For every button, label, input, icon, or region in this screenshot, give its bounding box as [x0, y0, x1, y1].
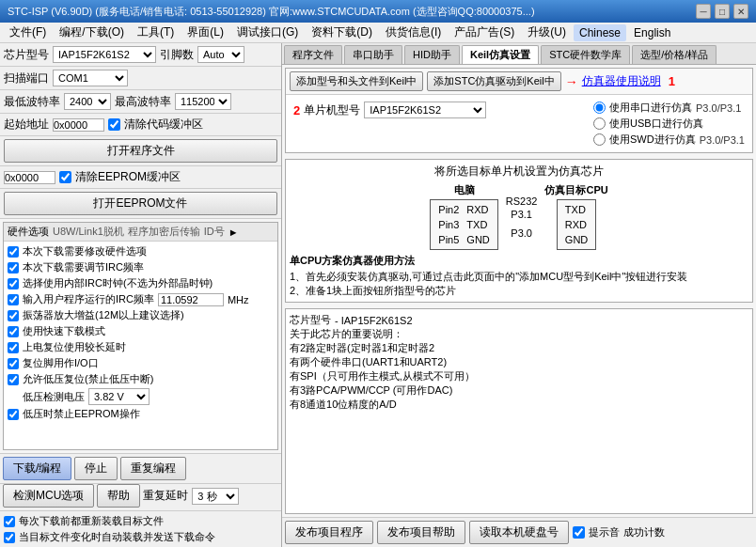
check-mcu-button[interactable]: 检测MCU选项 [3, 484, 94, 508]
reprogram-button[interactable]: 重复编程 [120, 457, 186, 480]
hw-check-8: 允许低压复位(禁止低压中断) [8, 371, 274, 387]
hw-checkbox-1[interactable] [8, 262, 19, 274]
open-eeprom-button[interactable]: 打开EEPROM文件 [4, 192, 277, 215]
diagram-box: 将所选目标单片机设置为仿真芯片 电脑 Pin2 RXD Pin3 [285, 159, 753, 303]
window-controls[interactable]: ─ □ ✕ [696, 4, 748, 19]
hw-tag3[interactable]: ID号 [204, 225, 225, 239]
radio-usb-input[interactable] [593, 117, 606, 130]
gnd-label: GND [466, 234, 489, 245]
keil-add-btn1[interactable]: 添加型号和头文件到Keil中 [290, 71, 423, 91]
hw-checkbox-10[interactable] [8, 409, 19, 420]
hw-label-8: 允许低压复位(禁止低压中断) [23, 372, 153, 386]
success-count-label: 成功计数 [623, 525, 665, 539]
rxd2-label: RXD [565, 219, 587, 230]
scan-select[interactable]: COM1 [53, 70, 128, 86]
radio-swd-label: 使用SWD进行仿真 [609, 133, 696, 147]
keil-add-btn2[interactable]: 添加STC仿真驱动到Keil中 [427, 71, 560, 91]
radio-swd-input[interactable] [593, 133, 606, 146]
low-volt-select[interactable]: 3.82 V [88, 388, 150, 405]
close-button[interactable]: ✕ [733, 4, 748, 19]
tab-keil-sim[interactable]: Keil仿真设置 [462, 45, 539, 64]
tab-serial[interactable]: 串口助手 [344, 45, 402, 64]
radio-serial-pins: P3.0/P3.1 [696, 102, 741, 114]
hw-checkbox-2[interactable] [8, 278, 19, 289]
rxd-label: RXD [466, 204, 488, 215]
menu-debug[interactable]: 调试接口(G) [231, 23, 304, 42]
menu-supply[interactable]: 供货信息(I) [380, 23, 447, 42]
usage-text2: 2、准备1块上面按钮所指型号的芯片 [290, 284, 748, 298]
radio-swd: 使用SWD进行仿真 P3.0/P3.1 [593, 133, 745, 147]
menu-download[interactable]: 资料下载(D) [306, 23, 378, 42]
hw-label-6: 上电复位使用较长延时 [23, 340, 126, 354]
title-bar: STC-ISP (V6.90D) (服务电话/销售电话: 0513-550129… [0, 0, 756, 23]
help-button[interactable]: 帮助 [97, 484, 140, 508]
hw-tag-arrow[interactable]: ► [228, 227, 239, 238]
eeprom-addr-input[interactable] [4, 171, 55, 184]
publish-prog-button[interactable]: 发布项目程序 [285, 521, 373, 544]
clear-eeprom-checkbox[interactable] [59, 171, 71, 183]
tab-program-file[interactable]: 程序文件 [284, 45, 342, 64]
repeat-delay-select[interactable]: 3 秒 [192, 488, 239, 505]
menu-ads[interactable]: 产品广告(S) [449, 23, 520, 42]
diagram-inner: 电脑 Pin2 RXD Pin3 TXD [290, 183, 748, 250]
hw-checkbox-4[interactable] [8, 310, 19, 321]
remind-checkbox[interactable] [573, 526, 585, 539]
open-eeprom-row: 打开EEPROM文件 [0, 189, 281, 219]
left-panel: 芯片型号 IAP15F2K61S2 引脚数 Auto 扫描端口 COM1 最低波… [0, 43, 282, 547]
ref-select[interactable]: Auto [197, 46, 244, 63]
hw-check-3: 输入用户程序运行的IRC频率 MHz [8, 291, 274, 307]
auto-send-check: 当目标文件变化时自动装载并发送下载命令 [4, 529, 277, 545]
clear-code-label: 清除代码缓冲区 [124, 117, 203, 133]
radio-serial-input[interactable] [593, 102, 606, 114]
reload-checkbox[interactable] [4, 516, 15, 527]
rs232-section: RS232 P3.1 P3.0 [506, 195, 538, 239]
hw-check-0: 本次下载需要修改硬件选项 [8, 243, 274, 259]
menu-upgrade[interactable]: 升级(U) [522, 23, 572, 42]
hw-checkbox-6[interactable] [8, 342, 19, 353]
right-bottom-row: 发布项目程序 发布项目帮助 读取本机硬盘号 提示音 成功计数 [282, 517, 756, 547]
usage-title: 单CPU方案仿真器使用方法 [290, 254, 748, 268]
hw-checkbox-7[interactable] [8, 358, 19, 369]
menu-english[interactable]: English [628, 24, 676, 41]
hw-checkbox-0[interactable] [8, 246, 19, 258]
tab-hardware-lib[interactable]: STC硬件数学库 [541, 45, 630, 64]
hw-tag1[interactable]: U8W/Link1脱机 [53, 225, 124, 239]
menu-program[interactable]: 编程/下载(O) [54, 23, 130, 42]
minimize-button[interactable]: ─ [696, 4, 711, 19]
max-baud-select[interactable]: 115200 [175, 93, 231, 110]
num2-badge: 2 [293, 103, 300, 117]
menu-ui[interactable]: 界面(L) [181, 23, 229, 42]
menu-file[interactable]: 文件(F) [4, 23, 52, 42]
chip-model-select[interactable]: IAP15F2K61S2 [364, 102, 486, 118]
hw-check-1: 本次下载需要调节IRC频率 [8, 259, 274, 275]
open-prog-button[interactable]: 打开程序文件 [4, 139, 277, 163]
irc-freq-input[interactable] [158, 293, 224, 306]
menu-chinese[interactable]: Chinese [574, 24, 626, 41]
maximize-button[interactable]: □ [715, 4, 730, 19]
hw-label-9: 低压检测电压 [23, 390, 85, 404]
start-addr-row: 起始地址 清除代码缓冲区 [0, 114, 281, 136]
hw-checkbox-3[interactable] [8, 294, 19, 305]
hw-checkbox-8[interactable] [8, 374, 19, 385]
tab-select-price[interactable]: 选型/价格/样品 [632, 45, 717, 64]
chip-select[interactable]: IAP15F2K61S2 [53, 46, 156, 63]
hw-check-5: 使用快速下载模式 [8, 323, 274, 339]
start-addr-input[interactable] [53, 118, 104, 132]
clear-eeprom-label: 清除EEPROM缓冲区 [75, 169, 181, 185]
publish-help-button[interactable]: 发布项目帮助 [377, 521, 465, 544]
rs232-label: RS232 [506, 195, 538, 207]
tab-hid[interactable]: HID助手 [404, 45, 460, 64]
hw-check-9: 低压检测电压 3.82 V [23, 387, 274, 406]
auto-send-checkbox[interactable] [4, 532, 15, 543]
download-button[interactable]: 下载/编程 [3, 457, 71, 480]
hw-checkbox-5[interactable] [8, 326, 19, 337]
keil-body: 2 单片机型号 IAP15F2K61S2 使用串口进行仿真 P3.0/P3.1 [286, 95, 752, 152]
menu-tools[interactable]: 工具(T) [132, 23, 180, 42]
clear-code-checkbox[interactable] [108, 118, 120, 131]
stop-button[interactable]: 停止 [74, 457, 118, 480]
sim-link[interactable]: 仿真器使用说明 [582, 73, 661, 89]
hw-tag2[interactable]: 程序加密后传输 [128, 225, 200, 239]
hw-label-7: 复位脚用作I/O口 [23, 356, 99, 370]
read-disk-button[interactable]: 读取本机硬盘号 [469, 521, 569, 544]
min-baud-select[interactable]: 2400 [64, 93, 111, 110]
